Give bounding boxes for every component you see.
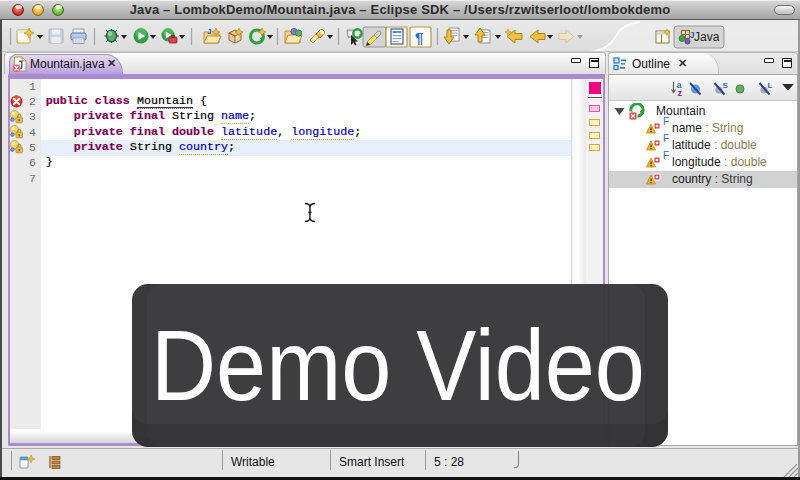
svg-text:¶: ¶ — [415, 29, 423, 46]
svg-text:z: z — [678, 88, 683, 97]
svg-text:L: L — [768, 81, 773, 90]
svg-text:Java: Java — [694, 30, 720, 44]
svg-text:J: J — [207, 27, 211, 36]
svg-text:S: S — [723, 81, 729, 90]
